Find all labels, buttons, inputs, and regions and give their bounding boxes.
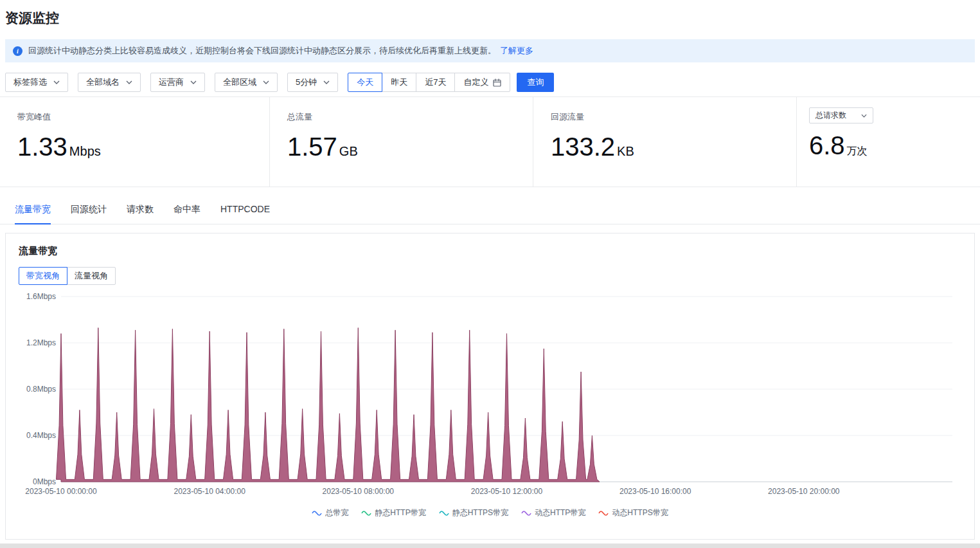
view-bandwidth-button[interactable]: 带宽视角 (19, 267, 67, 285)
time-range-custom[interactable]: 自定义 (454, 73, 510, 92)
isp-filter-label: 运营商 (159, 77, 184, 88)
y-axis-tick-label: 0.8Mbps (26, 385, 56, 394)
time-range-last7days[interactable]: 近7天 (416, 73, 455, 92)
tab-traffic-bandwidth[interactable]: 流量带宽 (15, 204, 51, 224)
tab-origin-stats[interactable]: 回源统计 (71, 204, 107, 224)
chart-view-toggle: 带宽视角 流量视角 (19, 267, 116, 285)
info-icon: i (13, 46, 22, 56)
domain-filter-label: 全部域名 (86, 77, 120, 88)
x-axis-tick-label: 2023-05-10 16:00:00 (619, 487, 691, 496)
time-range-custom-label: 自定义 (463, 77, 488, 88)
page-title: 资源监控 (0, 0, 980, 27)
bandwidth-area-chart: 0Mbps0.4Mbps0.8Mbps1.2Mbps1.6Mbps2023-05… (19, 289, 961, 506)
chevron-down-icon (190, 80, 197, 84)
x-axis-tick-label: 2023-05-10 08:00:00 (323, 487, 395, 496)
series-wave-icon (361, 510, 371, 516)
banner-text: 回源统计中动静态分类上比较容易造成歧义，近期控制台将会下线回源统计中动静态区分展… (28, 45, 496, 57)
x-axis-tick-label: 2023-05-10 20:00:00 (768, 487, 840, 496)
metric-tabs: 流量带宽 回源统计 请求数 命中率 HTTPCODE (0, 204, 980, 224)
resource-monitor-page: 资源监控 i 回源统计中动静态分类上比较容易造成歧义，近期控制台将会下线回源统计… (0, 0, 980, 543)
isp-filter-dropdown[interactable]: 运营商 (150, 73, 205, 92)
legend-item[interactable]: 动态HTTPS带宽 (598, 507, 668, 518)
stat-card-origin-traffic: 回源流量 133.2KB (533, 97, 797, 187)
tag-filter-dropdown[interactable]: 标签筛选 (5, 73, 68, 92)
stat-label: 总流量 (287, 111, 533, 123)
stat-value: 1.57GB (287, 132, 533, 161)
x-axis-tick-label: 2023-05-10 00:00:00 (25, 487, 97, 496)
chart-panel: 流量带宽 带宽视角 流量视角 0Mbps0.4Mbps0.8Mbps1.2Mbp… (5, 233, 975, 540)
legend-label: 总带宽 (325, 507, 348, 518)
tab-request-count[interactable]: 请求数 (127, 204, 154, 224)
series-wave-icon (521, 510, 531, 516)
stat-value: 133.2KB (551, 132, 796, 161)
y-axis-tick-label: 0Mbps (33, 477, 56, 486)
learn-more-link[interactable]: 了解更多 (500, 45, 533, 57)
stat-label: 带宽峰值 (17, 111, 269, 123)
view-traffic-button[interactable]: 流量视角 (67, 267, 116, 285)
metric-select-dropdown[interactable]: 总请求数 (809, 107, 873, 123)
region-filter-label: 全部区域 (223, 77, 256, 88)
domain-filter-dropdown[interactable]: 全部域名 (78, 73, 141, 92)
horizontal-scrollbar[interactable] (0, 543, 980, 548)
time-range-yesterday[interactable]: 昨天 (382, 73, 416, 92)
metric-select-label: 总请求数 (815, 110, 846, 121)
series-wave-icon (312, 510, 322, 516)
stat-value: 6.8万次 (809, 131, 980, 160)
tag-filter-label: 标签筛选 (13, 77, 47, 88)
chevron-down-icon (323, 80, 330, 84)
chevron-down-icon (53, 80, 60, 84)
stat-value: 1.33Mbps (17, 132, 269, 161)
time-range-today[interactable]: 今天 (348, 73, 382, 92)
query-button[interactable]: 查询 (517, 73, 554, 92)
chevron-down-icon (861, 114, 867, 118)
legend-label: 动态HTTP带宽 (535, 507, 585, 518)
chart-legend: 总带宽静态HTTP带宽静态HTTPS带宽动态HTTP带宽动态HTTPS带宽 (19, 507, 961, 518)
stats-summary-row: 带宽峰值 1.33Mbps 总流量 1.57GB 回源流量 133.2KB 总请… (0, 96, 980, 187)
granularity-dropdown[interactable]: 5分钟 (287, 73, 338, 92)
stat-card-total-traffic: 总流量 1.57GB (270, 97, 533, 187)
y-axis-tick-label: 0.4Mbps (26, 431, 56, 440)
info-banner: i 回源统计中动静态分类上比较容易造成歧义，近期控制台将会下线回源统计中动静态区… (5, 39, 975, 62)
stat-card-total-requests: 总请求数 6.8万次 (797, 97, 980, 187)
filter-toolbar: 标签筛选 全部域名 运营商 全部区域 5分钟 今天 昨天 近7天 自定义 (5, 73, 975, 92)
legend-item[interactable]: 总带宽 (312, 507, 348, 518)
granularity-label: 5分钟 (296, 77, 317, 88)
chevron-down-icon (126, 80, 132, 84)
x-axis-tick-label: 2023-05-10 04:00:00 (174, 487, 245, 496)
x-axis-tick-label: 2023-05-10 12:00:00 (471, 487, 543, 496)
bandwidth-series-area (57, 328, 600, 482)
stat-label: 回源流量 (551, 111, 796, 123)
time-range-group: 今天 昨天 近7天 自定义 (348, 73, 510, 92)
legend-item[interactable]: 静态HTTPS带宽 (439, 507, 508, 518)
legend-item[interactable]: 动态HTTP带宽 (521, 507, 585, 518)
legend-label: 静态HTTPS带宽 (452, 507, 508, 518)
y-axis-tick-label: 1.6Mbps (26, 292, 56, 301)
y-axis-tick-label: 1.2Mbps (26, 338, 56, 347)
tab-httpcode[interactable]: HTTPCODE (220, 204, 270, 224)
legend-label: 静态HTTP带宽 (375, 507, 425, 518)
chevron-down-icon (263, 80, 269, 84)
tab-hit-rate[interactable]: 命中率 (174, 204, 200, 224)
chart-title: 流量带宽 (19, 245, 961, 257)
legend-label: 动态HTTPS带宽 (612, 507, 668, 518)
legend-item[interactable]: 静态HTTP带宽 (361, 507, 425, 518)
region-filter-dropdown[interactable]: 全部区域 (215, 73, 278, 92)
series-wave-icon (439, 510, 449, 516)
stat-card-peak-bandwidth: 带宽峰值 1.33Mbps (0, 97, 270, 187)
series-wave-icon (598, 510, 609, 516)
calendar-icon (493, 78, 501, 87)
